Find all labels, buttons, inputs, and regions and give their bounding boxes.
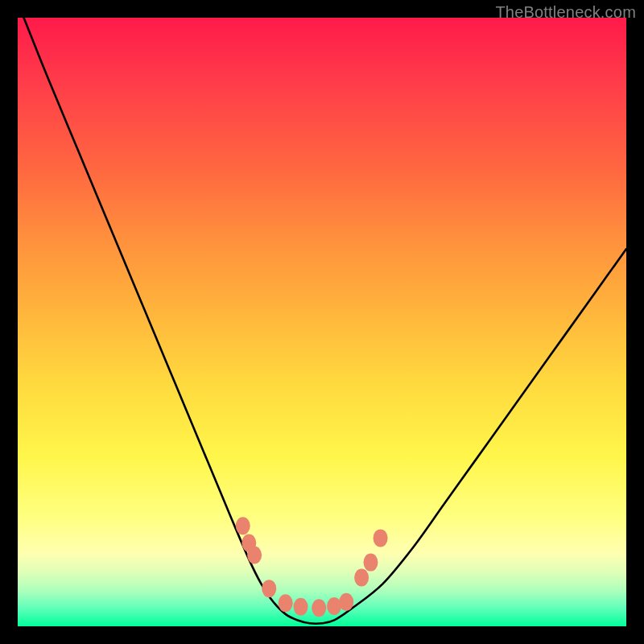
chart-frame: TheBottleneck.com [0, 0, 644, 644]
chart-svg [18, 18, 626, 626]
curve-marker [236, 517, 250, 535]
curve-marker [247, 547, 262, 564]
curve-marker [374, 529, 388, 547]
curve-marker [279, 594, 293, 612]
curve-marker [312, 599, 326, 617]
curve-markers [236, 517, 388, 617]
curve-marker [262, 580, 276, 597]
plot-area [18, 18, 626, 626]
curve-marker [294, 598, 308, 616]
curve-marker [363, 554, 378, 572]
watermark-text: TheBottleneck.com [495, 3, 636, 22]
bottleneck-curve [24, 18, 626, 624]
curve-marker [354, 569, 369, 587]
curve-marker [339, 593, 353, 611]
curve-marker [327, 597, 341, 615]
